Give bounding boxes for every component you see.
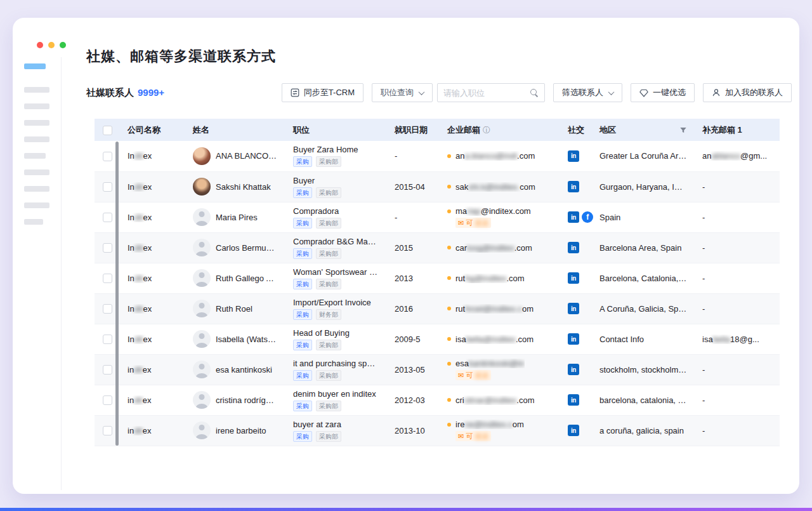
vertical-scrollbar[interactable] [115, 142, 119, 446]
position-title: Woman' Sportswear Bu... [293, 267, 379, 277]
linkedin-icon[interactable]: in [568, 242, 579, 253]
row-checkbox[interactable] [103, 152, 112, 161]
social-icons: in [568, 333, 579, 345]
linkedin-icon[interactable]: in [568, 425, 579, 436]
position-tags: 采购采购部 [293, 279, 379, 289]
sync-to-crm-button[interactable]: 同步至T-CRM [282, 83, 363, 102]
position-tag: 采购 [293, 431, 312, 442]
header-hire-date: 就职日期 [387, 119, 440, 141]
row-checkbox[interactable] [103, 304, 112, 314]
sidebar-skeleton-item[interactable] [24, 202, 49, 208]
position-search-input[interactable] [443, 88, 530, 98]
table-row: Inditex Ruth Roel Import/Export Invoice … [95, 293, 780, 324]
row-checkbox[interactable] [103, 365, 112, 375]
position-tags: 采购财务部 [293, 309, 379, 320]
position-tag: 采购部 [316, 156, 341, 167]
region: Contact Info [599, 335, 687, 344]
minimize-window-button[interactable] [48, 42, 55, 48]
email-status-dot [447, 423, 451, 427]
email-status-dot [447, 185, 451, 189]
email: esakantinkoski@in [455, 359, 525, 368]
position-query-dropdown[interactable]: 职位查询 [372, 83, 433, 102]
row-checkbox[interactable] [103, 274, 112, 283]
company-name: Inditex [128, 335, 178, 344]
social-icons: in [568, 150, 579, 162]
contact-name: Ruth Gallego Agulló [216, 274, 278, 283]
sidebar-skeleton-item[interactable] [24, 153, 46, 159]
info-icon[interactable]: ⓘ [483, 126, 490, 135]
linkedin-icon[interactable]: in [568, 211, 579, 223]
main-content: 社媒、邮箱等多渠道联系方式 社媒联系人9999+ 同步至T-CRM 职位查询 [62, 18, 799, 494]
contact-name: Sakshi Khattak [216, 182, 271, 192]
row-checkbox[interactable] [103, 243, 112, 253]
email: ruthroel@inditex.com [455, 304, 534, 314]
contact-name: ANA BLANCO REY [216, 151, 278, 161]
avatar [193, 239, 211, 256]
region: A Coruña, Galicia, Spain [599, 304, 687, 314]
sidebar-active-item[interactable] [24, 63, 46, 69]
extra-email: anablanco@gm... [702, 151, 772, 161]
row-checkbox[interactable] [103, 426, 112, 435]
table-body: Inditex ANA BLANCO REY Buyer Zara Home 采… [95, 141, 780, 446]
sidebar-skeleton-item[interactable] [24, 120, 49, 126]
region: Barcelona Area, Spain [599, 243, 687, 253]
avatar [193, 208, 211, 226]
company-name: Inditex [128, 243, 178, 253]
select-all-checkbox[interactable] [103, 126, 112, 135]
company-name: Inditex [128, 304, 178, 314]
position-title: Comprador B&G Massi... [293, 237, 379, 246]
contact-name: esa kantinkoski [216, 365, 272, 375]
sidebar-skeleton-item[interactable] [24, 169, 49, 175]
email-status-dot [447, 362, 451, 366]
contact-name: irene barbeito [216, 426, 266, 435]
table-row: Inditex Ruth Gallego Agulló Woman' Sport… [95, 263, 780, 293]
row-checkbox[interactable] [103, 182, 112, 192]
sidebar-skeleton-item[interactable] [24, 136, 49, 142]
linkedin-icon[interactable]: in [568, 272, 579, 284]
close-window-button[interactable] [37, 42, 43, 48]
add-to-my-contacts-button[interactable]: 加入我的联系人 [703, 83, 792, 102]
position-tag: 财务部 [316, 309, 341, 320]
sidebar-skeleton-item[interactable] [24, 219, 43, 225]
deliverable-badge: ✉可送达 [455, 370, 491, 380]
contact-name: Maria Pires [216, 213, 258, 222]
position-tag: 采购 [293, 248, 312, 259]
linkedin-icon[interactable]: in [568, 394, 579, 406]
linkedin-icon[interactable]: in [568, 150, 579, 162]
avatar [193, 361, 211, 378]
social-icons: in [568, 181, 579, 192]
one-click-optimize-button[interactable]: 一键优选 [631, 83, 695, 102]
position-tags: 采购采购部 [293, 401, 379, 411]
hire-date: 2016 [395, 304, 413, 314]
region: Gurgaon, Haryana, India [599, 182, 687, 192]
list-count: 9999+ [138, 87, 164, 98]
position-tag: 采购部 [316, 187, 341, 198]
header-company-email: 企业邮箱ⓘ [440, 119, 560, 141]
social-icons: in [568, 242, 579, 253]
row-checkbox[interactable] [103, 395, 112, 405]
linkedin-icon[interactable]: in [568, 303, 579, 314]
linkedin-icon[interactable]: in [568, 364, 579, 375]
sidebar-skeleton-item[interactable] [24, 103, 49, 109]
filter-icon[interactable] [679, 126, 687, 134]
row-checkbox[interactable] [103, 213, 112, 222]
table-row: Inditex Sakshi Khattak Buyer 采购采购部 2015-… [95, 171, 780, 202]
company-name: inditex [128, 395, 178, 405]
mail-icon: ✉ [458, 370, 464, 380]
social-icons: in [568, 364, 579, 375]
optimize-label: 一键优选 [653, 87, 686, 98]
sidebar-skeleton-item[interactable] [24, 186, 49, 192]
facebook-icon[interactable]: f [582, 211, 593, 223]
row-checkbox[interactable] [103, 335, 112, 344]
search-icon[interactable] [530, 88, 539, 97]
linkedin-icon[interactable]: in [568, 181, 579, 192]
sidebar-skeleton-item[interactable] [24, 87, 49, 93]
position-tag: 采购 [293, 156, 312, 167]
contact-name: cristina rodríguez [216, 395, 278, 405]
list-label: 社媒联系人 [86, 87, 134, 98]
linkedin-icon[interactable]: in [568, 333, 579, 345]
add-to-contacts-label: 加入我的联系人 [725, 87, 783, 98]
email: carlosg@inditex.com [455, 243, 532, 253]
filter-contacts-button[interactable]: 筛选联系人 [553, 83, 622, 102]
header-social: 社交 [560, 119, 592, 141]
